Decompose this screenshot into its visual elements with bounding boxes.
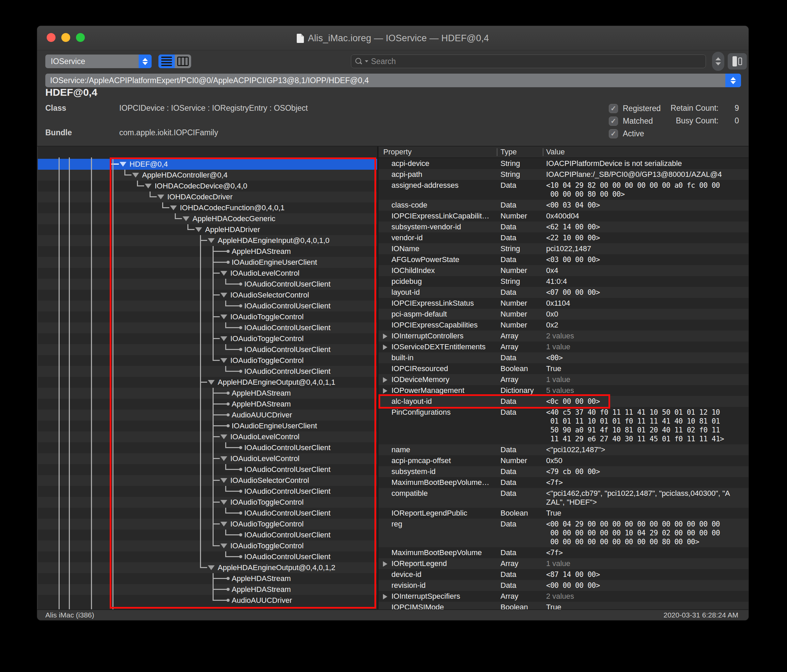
column-separator[interactable]	[543, 148, 544, 156]
disclosure-triangle-icon[interactable]	[220, 336, 227, 341]
registry-tree-pane[interactable]: HDEF@0,4AppleHDAController@0,4IOHDACodec…	[38, 147, 377, 609]
disclosure-triangle-icon[interactable]	[220, 522, 227, 527]
expand-arrow-icon[interactable]	[383, 334, 387, 339]
property-row[interactable]: subsystem-idData<79 cb 00 00>	[379, 466, 749, 477]
property-row[interactable]: IOInterruptSpecifiersArray2 values	[379, 591, 749, 602]
property-row[interactable]: IONameStringpci1022,1487	[379, 243, 749, 254]
tree-item[interactable]: IOAudioControlUserClient	[38, 464, 377, 475]
property-row[interactable]: pci-aspm-defaultNumber0x0	[379, 309, 749, 319]
property-row[interactable]: IOReportLegendArray1 value	[379, 558, 749, 569]
tree-item[interactable]: IOAudioControlUserClient	[38, 366, 377, 377]
property-row[interactable]: class-codeData<00 03 04 00>	[379, 200, 749, 210]
property-row[interactable]: IOServiceDEXTEntitlementsArray1 value	[379, 342, 749, 353]
checkbox-icon[interactable]: ✓	[609, 117, 618, 126]
property-row[interactable]: IOPCIExpressLinkStatusNumber0x1104	[379, 298, 749, 309]
expand-arrow-icon[interactable]	[383, 594, 387, 599]
property-row[interactable]: nameData<"pci1022,1487">	[379, 444, 749, 455]
disclosure-triangle-icon[interactable]	[145, 184, 152, 188]
disclosure-triangle-icon[interactable]	[208, 565, 215, 570]
property-row[interactable]: acpi-deviceStringIOACPIPlatformDevice is…	[379, 158, 749, 169]
tree-item[interactable]: AudioAUUCDriver	[38, 410, 377, 421]
history-stepper[interactable]	[712, 52, 724, 71]
disclosure-triangle-icon[interactable]	[220, 456, 227, 461]
plane-selector-dropdown[interactable]: IOService	[45, 55, 152, 68]
column-view-button[interactable]	[175, 55, 191, 68]
column-header-type[interactable]: Type	[497, 147, 543, 157]
tree-item[interactable]: AppleHDACodecGeneric	[38, 213, 377, 224]
disclosure-triangle-icon[interactable]	[220, 435, 227, 439]
tree-item[interactable]: AppleHDAStream	[38, 573, 377, 584]
property-row[interactable]: built-inData<00>	[379, 353, 749, 363]
disclosure-triangle-icon[interactable]	[170, 206, 177, 210]
column-separator[interactable]	[497, 148, 498, 156]
property-row[interactable]: PinConfigurationsData<40 c5 37 40 f0 11 …	[379, 407, 749, 444]
tree-item[interactable]: IOAudioSelectorControl	[38, 475, 377, 486]
disclosure-triangle-icon[interactable]	[132, 173, 139, 177]
tree-item[interactable]: IOAudioToggleControl	[38, 519, 377, 530]
disclosure-triangle-icon[interactable]	[208, 238, 215, 243]
tree-item[interactable]: AppleHDAStream	[38, 399, 377, 410]
tree-item[interactable]: AppleHDAStream	[38, 246, 377, 257]
property-row[interactable]: IOInterruptControllersArray2 values	[379, 330, 749, 342]
property-table-pane[interactable]: Property Type Value acpi-deviceStringIOA…	[379, 147, 749, 609]
property-row[interactable]: MaximumBootBeepVolumeData<7f>	[379, 547, 749, 558]
tree-item[interactable]: IOAudioEngineUserClient	[38, 257, 377, 268]
tree-item[interactable]: IOAudioEngineUserClient	[38, 421, 377, 432]
property-row[interactable]: acpi-pathStringIOACPIPlane:/_SB/PCI0@0/G…	[379, 169, 749, 180]
tree-item[interactable]: IOAudioControlUserClient	[38, 279, 377, 289]
tree-item[interactable]: AppleHDAEngineOutput@0,4,0,1,1	[38, 377, 377, 388]
property-row[interactable]: MaximumBootBeepVolume…Data<7f>	[379, 477, 749, 488]
property-row[interactable]: subsystem-vendor-idData<62 14 00 00>	[379, 221, 749, 232]
disclosure-triangle-icon[interactable]	[220, 358, 227, 363]
path-stepper-icon[interactable]	[725, 74, 741, 87]
tree-item[interactable]: IOHDACodecFunction@0,4,0,1	[38, 202, 377, 213]
property-row[interactable]: acpi-pmcap-offsetNumber0x50	[379, 455, 749, 466]
tree-item[interactable]: AppleHDAStream	[38, 388, 377, 399]
tree-item[interactable]: IOAudioToggleControl	[38, 497, 377, 508]
property-row[interactable]: revision-idData<00 00 00 00>	[379, 580, 749, 591]
tree-item[interactable]: IOAudioSelectorControl	[38, 289, 377, 300]
property-row[interactable]: regData<00 04 29 00 00 00 00 00 00 00 00…	[379, 519, 749, 547]
disclosure-triangle-icon[interactable]	[120, 162, 126, 167]
disclosure-triangle-icon[interactable]	[220, 544, 227, 548]
property-row[interactable]: alc-layout-idData<0c 00 00 00>	[379, 396, 749, 407]
tree-item[interactable]: IOAudioToggleControl	[38, 311, 377, 323]
property-row[interactable]: compatibleData<"pci1462,cb79", "pci1022,…	[379, 488, 749, 508]
tree-item[interactable]: IOAudioControlUserClient	[38, 323, 377, 333]
disclosure-triangle-icon[interactable]	[220, 271, 227, 276]
property-row[interactable]: IOPCIExpressCapabilitiesNumber0x2	[379, 319, 749, 330]
tree-item[interactable]: IOAudioControlUserClient	[38, 530, 377, 541]
tree-item[interactable]: IOAudioLevelControl	[38, 268, 377, 279]
list-view-button[interactable]	[158, 55, 175, 68]
disclosure-triangle-icon[interactable]	[208, 380, 215, 385]
column-header-value[interactable]: Value	[543, 147, 749, 157]
property-row[interactable]: IOPCIMSIModeBooleanTrue	[379, 602, 749, 609]
column-header-property[interactable]: Property	[379, 147, 497, 157]
tree-item[interactable]: AppleHDAController@0,4	[38, 170, 377, 180]
property-row[interactable]: IOReportLegendPublicBooleanTrue	[379, 508, 749, 519]
expand-arrow-icon[interactable]	[383, 388, 387, 394]
tree-item[interactable]: HDEF@0,4	[38, 159, 377, 170]
expand-arrow-icon[interactable]	[383, 345, 387, 350]
tree-item[interactable]: IOAudioControlUserClient	[38, 508, 377, 519]
tree-item[interactable]: IOAudioControlUserClient	[38, 551, 377, 562]
disclosure-triangle-icon[interactable]	[157, 194, 164, 199]
registry-path-bar[interactable]: IOService:/AppleACPIPlatformExpert/PCI0@…	[45, 74, 741, 87]
tree-item[interactable]: IOAudioToggleControl	[38, 333, 377, 344]
tree-item[interactable]: IOHDACodecDevice@0,4,0	[38, 180, 377, 191]
property-row[interactable]: IOPCIResourcedBooleanTrue	[379, 363, 749, 374]
disclosure-triangle-icon[interactable]	[220, 478, 227, 483]
expand-arrow-icon[interactable]	[383, 377, 387, 383]
property-row[interactable]: pcidebugString41:0:4	[379, 276, 749, 287]
titlebar[interactable]: Alis_iMac.ioreg — IOService — HDEF@0,4	[37, 26, 749, 51]
search-scope-caret-icon[interactable]	[365, 60, 368, 62]
tree-item[interactable]: IOAudioToggleControl	[38, 541, 377, 551]
tree-item[interactable]: IOAudioControlUserClient	[38, 300, 377, 311]
property-row[interactable]: vendor-idData<22 10 00 00>	[379, 232, 749, 243]
tree-item[interactable]: IOAudioLevelControl	[38, 453, 377, 464]
disclosure-triangle-icon[interactable]	[195, 227, 202, 232]
search-input[interactable]: Search	[351, 55, 706, 68]
dropdown-stepper-icon[interactable]	[139, 55, 152, 68]
tree-item[interactable]: AppleHDAEngineInput@0,4,0,1,0	[38, 235, 377, 246]
tree-item[interactable]: AppleHDADriver	[38, 224, 377, 235]
